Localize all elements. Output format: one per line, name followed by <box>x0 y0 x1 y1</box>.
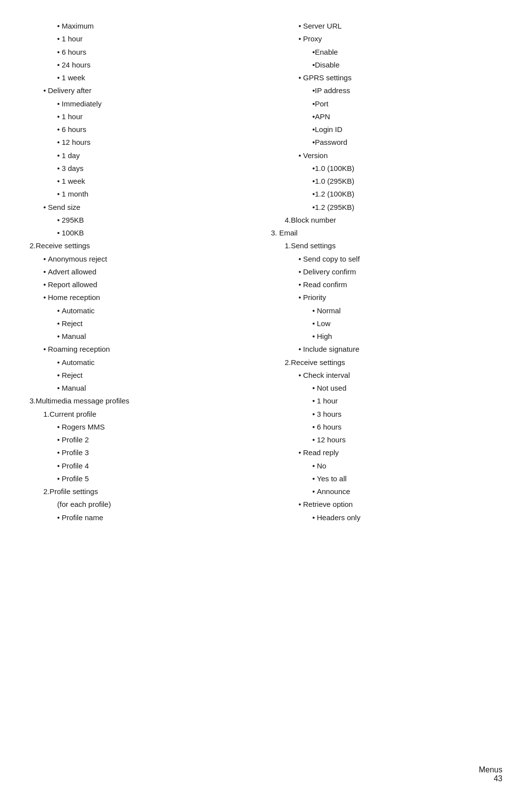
bullet-dot: • <box>299 369 301 382</box>
item-text: Announce <box>317 485 350 498</box>
bullet-dot: • <box>57 446 60 459</box>
item-text: •1.0 (100KB) <box>312 162 354 175</box>
bullet-dot: • <box>312 382 315 395</box>
list-item: 1.Send settings <box>271 239 502 252</box>
item-text: Home reception <box>48 291 100 304</box>
item-text: •Login ID <box>312 123 342 136</box>
list-item: • 12 hours <box>271 433 502 446</box>
list-item: • 3 hours <box>271 408 502 421</box>
list-item: • 24 hours <box>30 59 256 71</box>
list-item: 2.Receive settings <box>30 239 256 252</box>
bullet-dot: • <box>299 446 301 459</box>
bullet-dot: • <box>299 20 301 33</box>
item-text: Reject <box>62 369 83 382</box>
item-text: 295KB <box>62 214 84 227</box>
item-text: Report allowed <box>48 278 97 291</box>
list-item: 3. Email <box>271 227 502 239</box>
list-item: • No <box>271 460 502 472</box>
item-text: 3. Email <box>271 227 298 239</box>
list-item: 2.Receive settings <box>271 356 502 369</box>
list-item: • Manual <box>30 382 256 395</box>
list-item: • Reject <box>30 317 256 330</box>
list-item: • High <box>271 330 502 343</box>
item-text: Profile 3 <box>62 446 89 459</box>
left-column: • Maximum• 1 hour• 6 hours• 24 hours• 1 … <box>30 20 266 768</box>
bullet-dot: • <box>312 460 315 472</box>
page-footer: Menus 43 <box>479 765 502 783</box>
bullet-dot: • <box>57 227 60 239</box>
list-item: •1.2 (295KB) <box>271 201 502 214</box>
bullet-dot: • <box>57 460 60 472</box>
item-text: Profile 5 <box>62 472 89 485</box>
item-text: 12 hours <box>62 136 90 149</box>
item-text: •Password <box>312 136 347 149</box>
item-text: 1 week <box>62 71 85 84</box>
list-item: • Announce <box>271 485 502 498</box>
bullet-dot: • <box>57 317 60 330</box>
item-text: 12 hours <box>317 433 345 446</box>
list-item: • 3 days <box>30 162 256 175</box>
item-text: Manual <box>62 382 86 395</box>
bullet-dot: • <box>299 33 301 45</box>
item-text: Anonymous reject <box>48 253 107 266</box>
item-text: 3.Multimedia message profiles <box>30 395 130 407</box>
bullet-dot: • <box>57 136 60 149</box>
item-text: GPRS settings <box>303 71 351 84</box>
bullet-dot: • <box>43 278 46 291</box>
list-item: • 295KB <box>30 214 256 227</box>
list-item: • 1 month <box>30 188 256 200</box>
item-text: 3 hours <box>317 408 341 421</box>
item-text: 24 hours <box>62 59 90 71</box>
item-text: Rogers MMS <box>62 421 105 433</box>
bullet-dot: • <box>312 421 315 433</box>
bullet-dot: • <box>312 433 315 446</box>
item-text: 1 month <box>62 188 88 200</box>
bullet-dot: • <box>57 330 60 343</box>
bullet-dot: • <box>312 317 315 330</box>
item-text: Check interval <box>303 369 350 382</box>
bullet-dot: • <box>57 175 60 188</box>
bullet-dot: • <box>57 46 60 59</box>
item-text: Not used <box>317 382 346 395</box>
item-text: Low <box>317 317 331 330</box>
bullet-dot: • <box>57 162 60 175</box>
item-text: 1 week <box>62 175 85 188</box>
item-text: 1.Current profile <box>43 408 97 421</box>
list-item: • Send size <box>30 201 256 214</box>
item-text: Roaming reception <box>48 343 110 356</box>
bullet-dot: • <box>57 149 60 162</box>
item-text: 1.Send settings <box>285 239 335 252</box>
item-text: Version <box>303 149 328 162</box>
list-item: • Normal <box>271 304 502 317</box>
item-text: 2.Receive settings <box>30 239 90 252</box>
list-item: • GPRS settings <box>271 71 502 84</box>
footer-page: 43 <box>479 774 502 783</box>
bullet-dot: • <box>57 472 60 485</box>
bullet-dot: • <box>57 71 60 84</box>
list-item: • Send copy to self <box>271 253 502 266</box>
bullet-dot: • <box>57 382 60 395</box>
item-text: Profile name <box>62 511 103 524</box>
item-text: Automatic <box>62 356 95 369</box>
list-item: • 1 week <box>30 175 256 188</box>
item-text: 1 day <box>62 149 80 162</box>
list-item: • Proxy <box>271 33 502 45</box>
list-item: •1.0 (100KB) <box>271 162 502 175</box>
page-container: • Maximum• 1 hour• 6 hours• 24 hours• 1 … <box>0 0 532 798</box>
list-item: • Retrieve option <box>271 498 502 511</box>
item-text: Priority <box>303 291 326 304</box>
list-item: • Automatic <box>30 356 256 369</box>
item-text: Retrieve option <box>303 498 353 511</box>
list-item: • Reject <box>30 369 256 382</box>
item-text: 6 hours <box>62 46 86 59</box>
bullet-dot: • <box>57 33 60 45</box>
bullet-dot: • <box>57 188 60 200</box>
list-item: •1.2 (100KB) <box>271 188 502 200</box>
list-item: •Login ID <box>271 123 502 136</box>
item-text: Read confirm <box>303 278 347 291</box>
right-column: • Server URL• Proxy•Enable•Disable• GPRS… <box>266 20 502 768</box>
item-text: Delivery confirm <box>303 266 356 278</box>
item-text: 2.Receive settings <box>285 356 345 369</box>
list-item: 2.Profile settings <box>30 485 256 498</box>
bullet-dot: • <box>299 291 301 304</box>
